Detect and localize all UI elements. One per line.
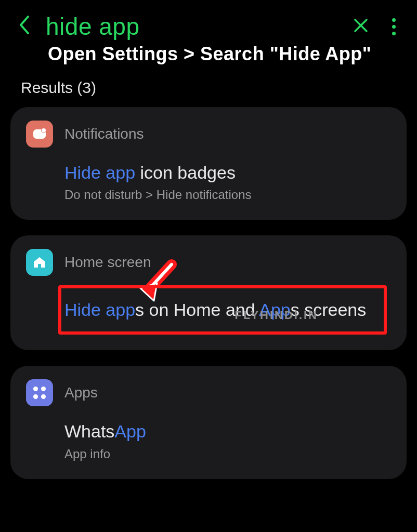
- result-card-notifications: Notifications Hide app icon badges Do no…: [10, 107, 407, 220]
- home-icon: [26, 249, 53, 276]
- search-header: hide app: [10, 7, 407, 44]
- instruction-overlay: Open Settings > Search "Hide App": [10, 44, 407, 74]
- card-header: Notifications: [26, 121, 391, 148]
- result-item-title: WhatsApp: [64, 420, 391, 444]
- svg-point-2: [42, 128, 46, 132]
- back-icon[interactable]: [15, 15, 34, 39]
- card-header: Home screen: [26, 249, 391, 276]
- card-title: Home screen: [64, 254, 151, 271]
- card-title: Apps: [64, 384, 98, 401]
- notifications-icon: [26, 121, 53, 148]
- result-item-path: Do not disturb > Hide notifications: [64, 188, 391, 202]
- search-input[interactable]: hide app: [46, 12, 335, 41]
- result-item-path: App info: [64, 447, 391, 461]
- apps-icon: [26, 379, 53, 406]
- result-item-whatsapp[interactable]: WhatsApp App info: [26, 420, 391, 461]
- result-item-title: Hide apps on Home and Apps screens: [64, 297, 386, 323]
- result-item-title: Hide app icon badges: [64, 161, 391, 185]
- result-item-hide-app-icon-badges[interactable]: Hide app icon badges Do not disturb > Hi…: [26, 161, 391, 203]
- result-item-hide-apps-home[interactable]: Hide apps on Home and Apps screens FLYHI…: [26, 289, 391, 332]
- result-card-apps: Apps WhatsApp App info: [10, 366, 407, 479]
- card-title: Notifications: [64, 126, 144, 142]
- more-icon[interactable]: [387, 18, 402, 35]
- card-header: Apps: [26, 379, 391, 406]
- clear-icon[interactable]: [346, 16, 375, 37]
- result-card-home-screen: Home screen Hide apps on Home and Apps s…: [10, 235, 407, 350]
- results-count: Results (3): [10, 74, 407, 107]
